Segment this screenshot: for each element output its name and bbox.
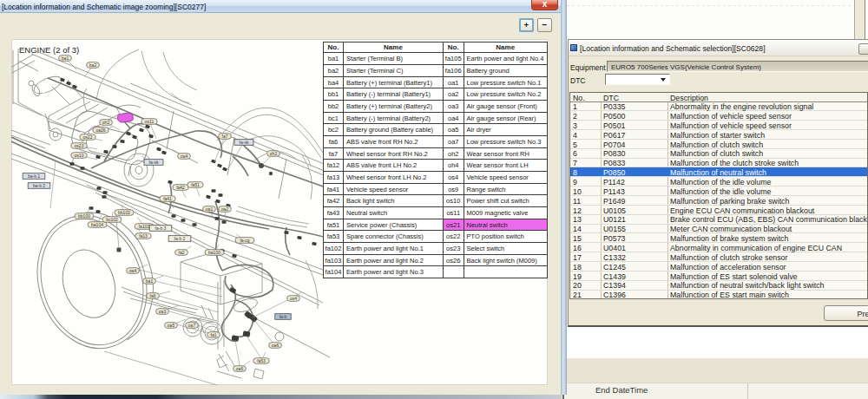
svg-text:oh2: oh2	[102, 120, 110, 125]
svg-text:fa-sk: fa-sk	[240, 140, 249, 145]
svg-text:fa1: fa1	[211, 332, 217, 337]
svg-text:ba104: ba104	[91, 222, 103, 227]
svg-text:oa6: oa6	[272, 343, 279, 348]
svg-text:oa1: oa1	[206, 206, 214, 212]
svg-text:fa-cg: fa-cg	[240, 238, 249, 243]
svg-text:os4: os4	[290, 296, 297, 301]
svg-text:fa6: fa6	[150, 293, 156, 298]
svg-text:os11: os11	[145, 119, 155, 124]
svg-text:os22: os22	[83, 134, 93, 140]
svg-text:fa51: fa51	[191, 182, 200, 187]
svg-text:oa7: oa7	[188, 323, 196, 328]
svg-text:ba1: ba1	[146, 278, 154, 284]
svg-text:ba-b 2: ba-b 2	[33, 183, 45, 188]
svg-text:ENGINE (2 of 3): ENGINE (2 of 3)	[19, 45, 79, 55]
svg-text:oa4: oa4	[181, 154, 188, 159]
svg-text:fa-b: fa-b	[279, 314, 287, 319]
svg-text:fa2: fa2	[179, 250, 185, 255]
svg-text:oa2: oa2	[221, 206, 229, 212]
svg-text:ba1: ba1	[62, 56, 69, 61]
svg-text:oh2: oh2	[270, 151, 278, 156]
svg-text:fa-b 2: fa-b 2	[174, 236, 186, 241]
svg-text:fa-b 3: fa-b 3	[155, 226, 167, 231]
svg-text:oa3: oa3	[159, 309, 167, 314]
svg-text:fa53: fa53	[257, 358, 266, 363]
svg-text:fa42: fa42	[176, 185, 185, 190]
svg-text:bb100: bb100	[78, 213, 90, 219]
svg-text:oa6: oa6	[236, 366, 244, 371]
svg-text:fa-sk: fa-sk	[149, 160, 159, 165]
svg-text:bb102: bb102	[118, 210, 130, 215]
svg-text:os10: os10	[75, 153, 84, 158]
svg-text:fa7: fa7	[222, 134, 228, 139]
svg-text:fa41: fa41	[163, 196, 172, 201]
svg-text:oa26: oa26	[95, 128, 105, 133]
svg-text:ba100: ba100	[208, 250, 220, 255]
svg-text:fa103: fa103	[139, 224, 150, 229]
svg-text:oa4: oa4	[129, 268, 137, 273]
svg-text:bc102: bc102	[106, 217, 118, 222]
svg-text:oa5: oa5	[168, 323, 175, 328]
svg-text:ba2: ba2	[89, 62, 97, 68]
svg-text:os23: os23	[75, 143, 84, 148]
svg-text:fa13: fa13	[139, 233, 148, 239]
svg-text:ba-b 1: ba-b 1	[28, 173, 40, 179]
